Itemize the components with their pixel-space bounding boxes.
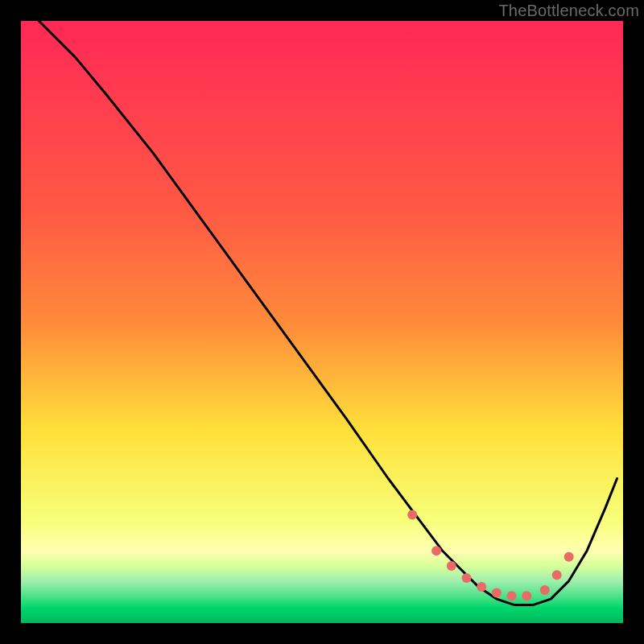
highlight-dot (552, 570, 562, 580)
bottleneck-chart (0, 0, 644, 644)
highlight-dot (462, 573, 472, 583)
highlight-dot (507, 591, 517, 601)
chart-stage: TheBottleneck.com (0, 0, 644, 644)
highlight-dot (522, 591, 531, 601)
highlight-dot (492, 588, 502, 598)
watermark-label: TheBottleneck.com (498, 2, 639, 20)
highlight-dot (407, 510, 417, 519)
highlight-dot (564, 552, 574, 562)
chart-background (21, 21, 623, 623)
highlight-dot (431, 546, 441, 555)
highlight-dot (540, 585, 550, 595)
highlight-dot (447, 561, 456, 571)
highlight-dot (477, 582, 486, 592)
